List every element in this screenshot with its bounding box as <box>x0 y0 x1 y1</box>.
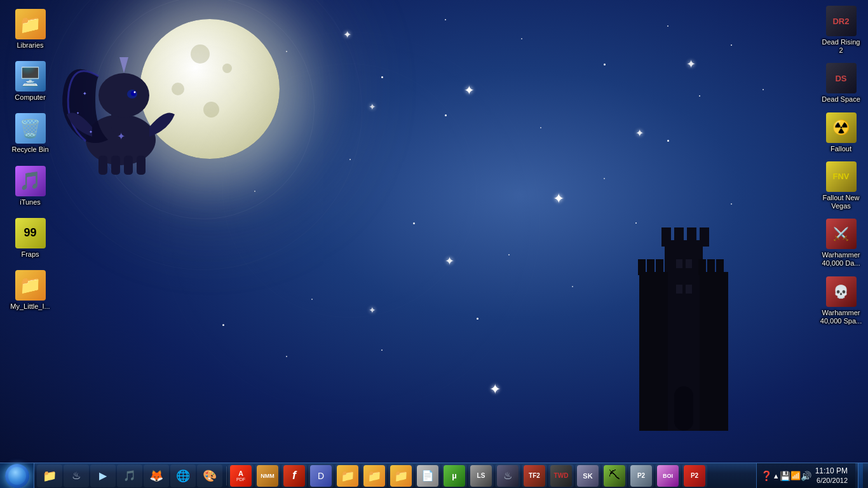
usb-icon[interactable]: 💾 <box>780 471 790 481</box>
taskbar-team-fortress[interactable]: TF2 <box>522 464 547 487</box>
desktop-icon-mylittlei[interactable]: 📁 My_Little_I... <box>6 268 54 313</box>
desktop-icon-warhammer-spa[interactable]: 💀 Warhammer 40,000 Spa... <box>817 274 865 328</box>
taskbar-flash[interactable]: f <box>281 464 307 487</box>
taskbar-discord[interactable]: D <box>308 464 334 487</box>
system-clock[interactable]: 11:10 PM 6/20/2012 <box>811 466 851 485</box>
libraries-icon: 📁 <box>15 9 46 39</box>
taskbar-minecraft-backup[interactable]: 📁 <box>388 464 414 487</box>
svg-marker-3 <box>119 57 128 73</box>
svg-rect-32 <box>674 386 693 431</box>
taskbar-separator-1 <box>226 466 227 485</box>
taskbar-utorrent[interactable]: µ <box>442 464 467 487</box>
help-icon[interactable]: ❓ <box>761 470 773 482</box>
castle-silhouette <box>627 208 741 431</box>
svg-rect-20 <box>639 272 668 431</box>
taskbar-minecraft[interactable]: ⛏ <box>602 464 627 487</box>
taskbar-steam-icon[interactable]: ♨ <box>495 464 520 487</box>
taskbar-steam[interactable]: ♨ <box>64 464 89 487</box>
svg-rect-10 <box>137 156 146 175</box>
svg-rect-21 <box>700 272 728 431</box>
fraps-icon: 99 <box>15 218 46 248</box>
svg-rect-22 <box>638 259 646 275</box>
itunes-icon: 🎵 <box>15 166 46 196</box>
taskbar-desktop-shortcut[interactable]: 📄 <box>415 464 440 487</box>
dr2-label: Dead Rising 2 <box>820 38 862 55</box>
taskbar-winamp[interactable]: 🎵 <box>117 464 142 487</box>
taskbar-big-macintosh[interactable]: 📁 <box>362 464 387 487</box>
warhammer-spa-label: Warhammer 40,000 Spa... <box>820 309 862 325</box>
svg-rect-8 <box>111 156 120 175</box>
taskbar: 📁 ♨ ▶ 🎵 🦊 🌐 🎨 A PDF NMM <box>0 463 868 488</box>
volume-icon[interactable]: 🔊 <box>801 471 811 481</box>
svg-rect-9 <box>124 156 133 175</box>
taskbar-lone-survivor[interactable]: LS <box>468 464 494 487</box>
svg-rect-31 <box>686 285 692 294</box>
taskbar-oregon-trip[interactable]: 📁 <box>335 464 360 487</box>
svg-point-2 <box>98 73 149 118</box>
warhammer-spa-icon: 💀 <box>826 276 857 307</box>
falloutnv-label: Fallout New Vegas <box>820 194 862 210</box>
svg-rect-17 <box>674 227 684 247</box>
warhammer-da-label: Warhammer 40,000 Da... <box>820 251 862 268</box>
desktop: ✦ ✦ ✦ ✦ ✦ ✦ ✦ ✦ ✦ ✦ <box>0 0 868 488</box>
fraps-label: Fraps <box>21 250 39 259</box>
luna-character: ✦ ✦ ✦ ✦ <box>57 38 184 178</box>
taskbar-walking-dead[interactable]: TWD <box>548 464 574 487</box>
right-desktop-icons: DR2 Dead Rising 2 DS Dead Space ☢️ Fallo… <box>817 3 865 328</box>
deadspace-label: Dead Space <box>822 95 860 104</box>
desktop-icon-warhammer-da[interactable]: ⚔️ Warhammer 40,000 Da... <box>817 216 865 270</box>
svg-rect-16 <box>661 227 671 247</box>
svg-rect-25 <box>698 259 706 275</box>
svg-rect-24 <box>656 259 663 275</box>
taskbar-postal2[interactable]: P2 <box>682 464 707 487</box>
taskbar-portal2[interactable]: P2 <box>628 464 654 487</box>
desktop-icon-deadspace[interactable]: DS Dead Space <box>817 60 865 106</box>
computer-label: Computer <box>15 93 45 102</box>
desktop-icon-libraries[interactable]: 📁 Libraries <box>6 6 54 52</box>
taskbar-skse[interactable]: SK <box>575 464 600 487</box>
tray-area: ❓ ▲ 💾 📶 🔊 11:10 PM 6/20/2012 <box>756 463 855 489</box>
taskbar-media-player[interactable]: ▶ <box>90 464 116 487</box>
taskbar-paint[interactable]: 🎨 <box>197 464 222 487</box>
clock-date: 6/20/2012 <box>817 476 848 485</box>
desktop-icon-fraps[interactable]: 99 Fraps <box>6 215 54 261</box>
svg-rect-19 <box>700 227 709 247</box>
show-desktop-button[interactable] <box>858 463 863 489</box>
taskbar-globe[interactable]: 🌐 <box>170 464 196 487</box>
taskbar-nexus-mod[interactable]: NMM <box>255 464 280 487</box>
desktop-icon-recycle[interactable]: 🗑️ Recycle Bin <box>6 111 54 156</box>
recycle-icon: 🗑️ <box>15 113 46 144</box>
desktop-icon-itunes[interactable]: 🎵 iTunes <box>6 163 54 209</box>
taskbar-pinned-area: 📁 ♨ ▶ 🎵 🦊 🌐 🎨 <box>34 463 225 489</box>
taskbar-adobe-reader[interactable]: A PDF <box>228 464 254 487</box>
network-icon[interactable]: 📶 <box>790 471 801 480</box>
mylittlei-icon: 📁 <box>15 270 46 301</box>
svg-text:✦: ✦ <box>83 91 87 97</box>
svg-rect-29 <box>686 259 692 268</box>
svg-rect-26 <box>707 259 715 275</box>
svg-rect-18 <box>687 227 696 247</box>
taskbar-firefox[interactable]: 🦊 <box>144 464 169 487</box>
libraries-label: Libraries <box>17 41 43 50</box>
desktop-icon-dr2[interactable]: DR2 Dead Rising 2 <box>817 3 865 57</box>
desktop-icon-fallout[interactable]: ☢️ Fallout <box>817 110 865 156</box>
taskbar-launcher-area: A PDF NMM f D <box>228 463 707 488</box>
svg-rect-7 <box>98 156 107 175</box>
taskbar-file-explorer[interactable]: 📁 <box>37 464 62 487</box>
deadspace-icon: DS <box>826 63 857 93</box>
clock-time: 11:10 PM <box>815 466 848 477</box>
svg-rect-30 <box>676 285 682 294</box>
arrow-up-icon[interactable]: ▲ <box>773 472 780 480</box>
svg-text:✦: ✦ <box>117 131 125 142</box>
start-orb <box>5 464 29 488</box>
taskbar-binding-of-isaac[interactable]: BOI <box>655 464 681 487</box>
start-button[interactable] <box>0 463 34 489</box>
fallout-label: Fallout <box>831 145 851 153</box>
desktop-icon-computer[interactable]: 🖥️ Computer <box>6 58 54 104</box>
dr2-icon: DR2 <box>826 6 857 36</box>
recycle-label: Recycle Bin <box>11 146 48 154</box>
svg-text:✦: ✦ <box>89 130 93 134</box>
desktop-icon-falloutnv[interactable]: FNV Fallout New Vegas <box>817 159 865 213</box>
svg-rect-28 <box>676 259 682 268</box>
fallout-icon: ☢️ <box>826 112 857 143</box>
